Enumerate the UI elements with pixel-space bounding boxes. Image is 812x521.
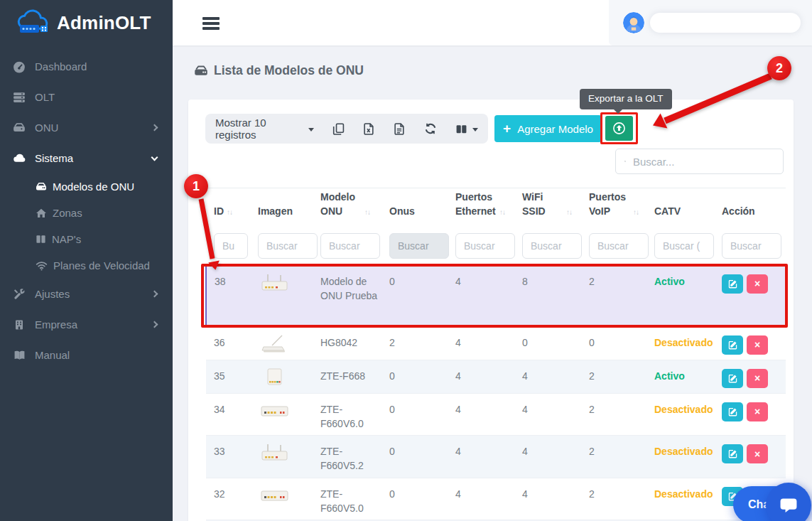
filter-input-modelo[interactable] <box>320 233 380 259</box>
refresh-icon[interactable] <box>424 122 437 135</box>
sidebar-item-ajustes[interactable]: Ajustes <box>0 279 173 309</box>
sidebar-item-empresa[interactable]: Empresa <box>0 309 173 340</box>
sort-icon[interactable]: ↑↓ <box>566 208 572 216</box>
chevron-right-icon <box>151 124 158 131</box>
sidebar-item-naps[interactable]: NAP's <box>0 226 173 252</box>
onu-router-slim <box>258 334 292 355</box>
sidebar-item-onu[interactable]: ONU <box>0 112 173 143</box>
sort-icon[interactable]: ↑↓ <box>499 208 505 216</box>
onu-router-upright <box>258 367 292 389</box>
export-tooltip: Exportar a la OLT <box>580 89 672 109</box>
cell-onus: 0 <box>381 360 448 393</box>
cell-catv: Desactivado <box>646 478 714 520</box>
cell-id: 35 <box>206 360 250 393</box>
onu-router-flat <box>258 485 292 507</box>
onu-router-antennas <box>258 273 292 294</box>
cell-wifi: 0 <box>514 326 581 360</box>
column-header-id[interactable]: ID↑↓ <box>206 188 250 228</box>
filter-input-accion[interactable] <box>722 233 781 259</box>
cell-wifi: 4 <box>514 393 581 436</box>
cell-catv: Desactivado <box>646 393 714 436</box>
column-header-modelo-onu[interactable]: Modelo ONU↑↓ <box>313 188 381 228</box>
columns-icon <box>36 234 46 245</box>
delete-button[interactable]: × <box>747 402 768 421</box>
edit-button[interactable] <box>722 369 743 388</box>
delete-button[interactable]: × <box>747 274 768 294</box>
filter-input-catv[interactable] <box>654 233 714 259</box>
column-header-wifi-ssid[interactable]: WiFi SSID↑↓ <box>514 188 581 228</box>
table-row[interactable]: 34 ZTE-F660V6.0 0 4 4 2 Desactivado × <box>206 393 786 436</box>
cell-wifi: 4 <box>514 478 581 520</box>
hamburger-menu-icon[interactable] <box>202 17 220 32</box>
delete-button[interactable]: × <box>747 335 768 355</box>
search-input[interactable] <box>633 156 774 168</box>
gauge-icon <box>11 60 28 73</box>
table-row[interactable]: 35 ZTE-F668 0 4 4 2 Activo × <box>206 360 786 393</box>
chat-bubble-icon <box>779 495 799 515</box>
user-menu[interactable] <box>609 0 812 45</box>
columns-visibility-icon[interactable] <box>455 123 478 135</box>
filter-input-id[interactable] <box>214 233 248 259</box>
sidebar-item-sistema[interactable]: Sistema <box>0 143 173 173</box>
delete-button[interactable]: × <box>747 444 768 463</box>
file-excel-icon[interactable] <box>363 123 375 135</box>
column-header-puertos-voip[interactable]: Puertos VoIP↑↓ <box>581 188 646 228</box>
models-card: Mostrar 10 registros <box>188 100 794 521</box>
cell-wifi: 4 <box>514 436 581 478</box>
add-model-button[interactable]: + Agregar Modelo <box>494 115 602 142</box>
edit-button[interactable] <box>722 402 743 421</box>
sidebar-item-zonas[interactable]: Zonas <box>0 200 173 226</box>
x-icon: × <box>754 372 760 384</box>
table-row[interactable]: 32 ZTE-F660V5.0 0 4 4 2 Desactivado × <box>206 478 786 520</box>
cell-voip: 2 <box>581 478 646 520</box>
hdd-icon <box>11 122 28 134</box>
filter-input-imagen[interactable] <box>258 233 318 259</box>
cell-ethernet: 4 <box>448 360 514 393</box>
edit-button[interactable] <box>722 335 743 355</box>
page-title: Lista de Modelos de ONU <box>194 63 364 78</box>
wifi-icon <box>36 259 48 272</box>
avatar[interactable] <box>623 12 644 33</box>
caret-down-icon <box>308 128 314 131</box>
sidebar-item-olt[interactable]: OLT <box>0 82 173 112</box>
sidebar-item-label: Manual <box>35 349 157 361</box>
copy-icon[interactable] <box>332 123 345 135</box>
sidebar-item-label: Dashboard <box>35 60 157 72</box>
edit-button[interactable] <box>722 444 743 463</box>
sidebar-item-manual[interactable]: Manual <box>0 340 173 370</box>
filter-input-wifi[interactable] <box>522 233 582 259</box>
sort-icon[interactable]: ↑↓ <box>633 208 639 216</box>
sort-icon[interactable]: ↑↓ <box>227 208 232 216</box>
filter-input-onus[interactable] <box>389 233 449 259</box>
username-blurred <box>650 13 801 33</box>
brand-logo[interactable]: AdminOLT <box>0 0 173 45</box>
export-to-olt-button[interactable] <box>605 116 633 141</box>
cell-voip: 2 <box>581 360 646 393</box>
annotation-step-2: 2 <box>767 56 791 80</box>
table-row[interactable]: 33 ZTE-F660V5.2 0 4 4 2 Desactivado × <box>206 436 786 478</box>
cell-id: 34 <box>206 393 250 436</box>
delete-button[interactable]: × <box>747 369 768 388</box>
sidebar-item-modelos-de-onu[interactable]: Modelos de ONU <box>0 173 173 200</box>
x-icon: × <box>754 406 760 417</box>
sidebar-item-label: Sistema <box>35 152 152 164</box>
brand-name: AdminOLT <box>57 12 151 34</box>
search-box <box>615 149 784 174</box>
column-header-puertos-ethernet[interactable]: Puertos Ethernet↑↓ <box>448 188 514 228</box>
app-window: AdminOLT Dashboard OLT ONU <box>0 0 812 521</box>
filter-input-ethernet[interactable] <box>455 233 515 259</box>
table-row[interactable]: 36 HG8042 2 4 0 0 Desactivado × <box>206 326 786 360</box>
x-icon: × <box>754 449 760 460</box>
cell-id: 38 <box>206 265 250 326</box>
filter-input-voip[interactable] <box>589 233 649 259</box>
show-entries-dropdown[interactable]: Mostrar 10 registros <box>215 117 314 141</box>
table-row[interactable]: 38 Modelo de ONU Prueba 0 4 8 2 Activo × <box>206 265 786 326</box>
file-lines-icon[interactable] <box>394 123 406 135</box>
sidebar-item-label: Modelos de ONU <box>53 181 134 193</box>
sidebar-item-dashboard[interactable]: Dashboard <box>0 51 173 82</box>
cell-ethernet: 4 <box>448 436 514 478</box>
sort-icon[interactable]: ↑↓ <box>364 208 370 216</box>
cell-catv: Activo <box>646 360 714 393</box>
sidebar-item-planes-de-velocidad[interactable]: Planes de Velocidad <box>0 252 173 279</box>
edit-button[interactable] <box>722 274 743 294</box>
